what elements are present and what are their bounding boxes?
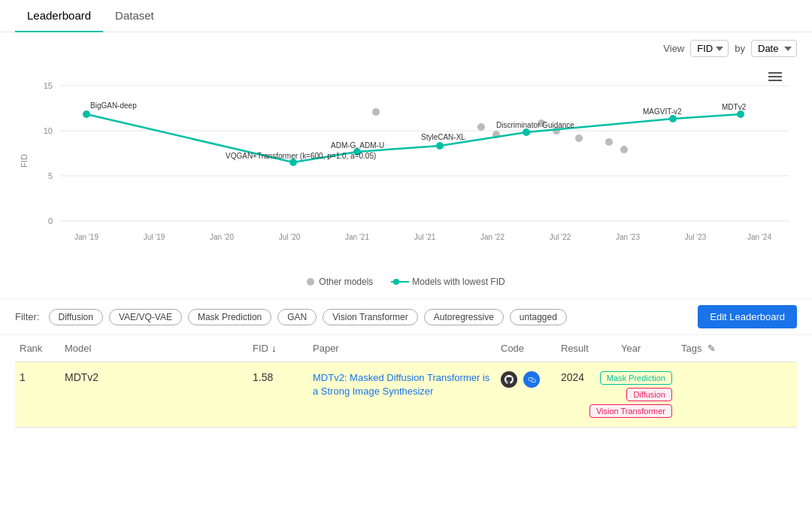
fid-sort-icon[interactable]: ↓ bbox=[271, 343, 277, 354]
filter-tag-gan[interactable]: GAN bbox=[277, 309, 317, 325]
col-tags: Tags ✎ bbox=[677, 343, 797, 354]
svg-text:StyleCAN-XL: StyleCAN-XL bbox=[421, 133, 465, 141]
svg-text:MDTv2: MDTv2 bbox=[722, 103, 747, 111]
edit-leaderboard-button[interactable]: Edit Leaderboard bbox=[698, 305, 797, 328]
svg-point-34 bbox=[737, 110, 744, 118]
table-header: Rank Model FID ↓ Paper Code Result Year … bbox=[15, 335, 797, 362]
svg-point-25 bbox=[575, 135, 583, 142]
col-code: Code bbox=[496, 343, 556, 354]
svg-text:Jul '20: Jul '20 bbox=[279, 233, 301, 241]
col-result: Result bbox=[556, 343, 617, 354]
svg-text:Discriminator Guidance: Discriminator Guidance bbox=[496, 121, 574, 129]
svg-point-21 bbox=[477, 123, 485, 131]
view-controls: View FID by Date Rank bbox=[15, 40, 797, 57]
svg-point-28 bbox=[83, 110, 90, 118]
svg-point-26 bbox=[605, 138, 613, 146]
chart-section: View FID by Date Rank 15 10 5 0 FID bbox=[0, 32, 812, 298]
filter-tag-untagged[interactable]: untagged bbox=[510, 309, 567, 325]
legend-frontier-label: Models with lowest FID bbox=[412, 277, 504, 287]
svg-text:Jan '23: Jan '23 bbox=[616, 233, 640, 241]
svg-text:Jan '21: Jan '21 bbox=[345, 233, 369, 241]
col-year: Year bbox=[617, 343, 677, 354]
tag-vision-transformer[interactable]: Vision Transformer bbox=[589, 404, 672, 418]
tag-diffusion[interactable]: Diffusion bbox=[626, 388, 672, 401]
table-row: 1 MDTv2 1.58 MDTv2: Masked Diffusion Tra… bbox=[15, 362, 797, 428]
tab-dataset[interactable]: Dataset bbox=[103, 0, 166, 32]
metric-select[interactable]: FID bbox=[690, 40, 729, 57]
result-link-icon[interactable] bbox=[523, 371, 540, 388]
svg-text:Jan '24: Jan '24 bbox=[747, 233, 771, 241]
tags-edit-icon[interactable]: ✎ bbox=[707, 343, 716, 354]
sort-select[interactable]: Date Rank bbox=[751, 40, 797, 57]
svg-text:15: 15 bbox=[44, 81, 53, 90]
svg-text:Jul '23: Jul '23 bbox=[685, 233, 707, 241]
svg-text:Jul '19: Jul '19 bbox=[144, 233, 165, 241]
svg-text:Jul '21: Jul '21 bbox=[414, 233, 436, 241]
tag-mask-prediction[interactable]: Mask Prediction bbox=[600, 371, 672, 385]
col-paper: Paper bbox=[308, 343, 496, 354]
svg-text:Jan '20: Jan '20 bbox=[210, 233, 234, 241]
legend-frontier-icon bbox=[391, 277, 409, 286]
tab-leaderboard[interactable]: Leaderboard bbox=[15, 0, 103, 32]
legend-other-label: Other models bbox=[319, 277, 373, 287]
svg-text:0: 0 bbox=[48, 216, 53, 225]
by-label: by bbox=[735, 43, 745, 54]
filter-label: Filter: bbox=[15, 311, 40, 322]
svg-text:Jan '19: Jan '19 bbox=[74, 233, 98, 241]
filter-tag-vision[interactable]: Vision Transformer bbox=[323, 309, 417, 325]
svg-text:MAGVIT-v2: MAGVIT-v2 bbox=[643, 107, 682, 116]
svg-text:5: 5 bbox=[48, 171, 53, 180]
col-model: Model bbox=[60, 343, 248, 354]
github-icon[interactable] bbox=[501, 371, 517, 388]
table-section: Rank Model FID ↓ Paper Code Result Year … bbox=[0, 335, 812, 428]
chart-menu-button[interactable] bbox=[768, 72, 782, 81]
legend-other-dot bbox=[307, 278, 314, 286]
filter-tag-autoregressive[interactable]: Autoregressive bbox=[424, 309, 504, 325]
filter-tag-diffusion[interactable]: Diffusion bbox=[49, 309, 103, 325]
svg-point-43 bbox=[393, 279, 399, 285]
col-fid: FID ↓ bbox=[248, 343, 308, 354]
svg-point-33 bbox=[669, 115, 677, 122]
col-rank: Rank bbox=[15, 343, 60, 354]
paper-link[interactable]: MDTv2: Masked Diffusion Transformer is a… bbox=[313, 372, 489, 397]
chart-container: 15 10 5 0 FID Jan '19 Jul '19 Jan '20 Ju… bbox=[15, 63, 797, 274]
chart-legend: Other models Models with lowest FID bbox=[15, 277, 797, 287]
svg-point-20 bbox=[372, 108, 380, 116]
filter-tag-vae[interactable]: VAE/VQ-VAE bbox=[109, 309, 182, 325]
svg-point-32 bbox=[523, 129, 530, 136]
filter-tag-mask[interactable]: Mask Prediction bbox=[188, 309, 271, 325]
legend-other: Other models bbox=[307, 277, 373, 287]
legend-frontier: Models with lowest FID bbox=[391, 277, 504, 287]
filter-row: Filter: Diffusion VAE/VQ-VAE Mask Predic… bbox=[0, 298, 812, 335]
svg-point-31 bbox=[436, 142, 444, 150]
svg-text:BigGAN-deep: BigGAN-deep bbox=[90, 101, 137, 110]
svg-text:ADM-G, ADM-U: ADM-G, ADM-U bbox=[331, 141, 384, 150]
row-fid: 1.58 bbox=[248, 371, 308, 383]
svg-text:FID: FID bbox=[20, 154, 29, 168]
row-model: MDTv2 bbox=[60, 371, 248, 383]
svg-text:10: 10 bbox=[44, 126, 53, 135]
row-tags: Mask Prediction Diffusion Vision Transfo… bbox=[617, 371, 677, 418]
tabs-bar: Leaderboard Dataset bbox=[0, 0, 812, 32]
svg-text:VQGAN+Transformer (k=600, p=1.: VQGAN+Transformer (k=600, p=1.0, a=0.05) bbox=[226, 152, 376, 160]
row-code-icons bbox=[496, 371, 556, 388]
svg-text:Jul '22: Jul '22 bbox=[550, 233, 571, 241]
svg-point-27 bbox=[620, 146, 628, 153]
line-chart: 15 10 5 0 FID Jan '19 Jul '19 Jan '20 Ju… bbox=[15, 63, 797, 274]
view-label: View bbox=[663, 43, 684, 54]
svg-text:Jan '22: Jan '22 bbox=[480, 233, 504, 241]
row-rank: 1 bbox=[15, 371, 60, 383]
row-paper[interactable]: MDTv2: Masked Diffusion Transformer is a… bbox=[308, 371, 496, 398]
